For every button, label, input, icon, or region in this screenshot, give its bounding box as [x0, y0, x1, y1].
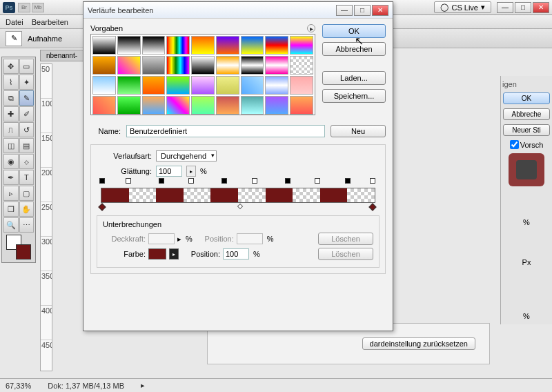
preset-swatch[interactable] — [117, 56, 141, 75]
ls-cancel-button[interactable]: Abbreche — [503, 108, 550, 120]
preset-grid[interactable] — [90, 34, 315, 115]
stamp-tool[interactable]: ⎍ — [3, 122, 19, 137]
path-tool[interactable]: ▹ — [3, 186, 19, 201]
menu-bearbeiten[interactable]: Bearbeiten — [32, 18, 68, 26]
preset-swatch[interactable] — [191, 96, 215, 115]
eyedropper-icon[interactable]: ✎ — [6, 31, 22, 46]
preset-swatch[interactable] — [166, 96, 190, 115]
menu-datei[interactable]: Datei — [6, 18, 23, 26]
preset-swatch[interactable] — [265, 96, 288, 115]
new-button[interactable]: Neu — [331, 125, 386, 137]
preset-swatch[interactable] — [142, 96, 166, 115]
type-tool[interactable]: T — [19, 170, 34, 185]
name-input[interactable] — [126, 125, 325, 137]
status-arrow-icon[interactable]: ▸ — [141, 381, 145, 390]
preset-swatch[interactable] — [216, 36, 239, 55]
gradient-bar[interactable] — [101, 188, 375, 203]
midpoint-icon[interactable] — [237, 204, 243, 209]
preset-swatch[interactable] — [166, 36, 190, 55]
preset-swatch[interactable] — [216, 56, 239, 75]
dlg-maximize-icon[interactable]: □ — [354, 5, 371, 16]
move-tool[interactable]: ✥ — [3, 59, 19, 74]
eyedropper-tool[interactable]: ✎ — [19, 90, 34, 106]
dlg-close-icon[interactable]: ✕ — [372, 5, 388, 16]
preset-swatch[interactable] — [290, 96, 313, 115]
delete-color-button[interactable]: Löschen — [318, 248, 373, 260]
preset-swatch[interactable] — [290, 76, 313, 95]
brush-tool[interactable]: ✐ — [19, 106, 34, 121]
preset-swatch[interactable] — [216, 76, 239, 95]
preset-swatch[interactable] — [265, 36, 288, 55]
preset-swatch[interactable] — [117, 96, 141, 115]
minimize-icon[interactable]: — — [497, 2, 513, 13]
preset-swatch[interactable] — [117, 76, 141, 95]
preset-swatch[interactable] — [191, 56, 215, 75]
preset-swatch[interactable] — [265, 76, 288, 95]
hand-tool[interactable]: ✋ — [19, 202, 34, 217]
select-tool[interactable]: ▭ — [19, 59, 34, 74]
ls-ok-button[interactable]: OK — [503, 92, 550, 104]
preset-swatch[interactable] — [241, 56, 264, 75]
pen-tool[interactable]: ✒ — [3, 170, 19, 185]
preset-swatch[interactable] — [191, 36, 215, 55]
cancel-button[interactable]: Abbrechen — [322, 42, 386, 56]
preset-swatch[interactable] — [191, 76, 215, 95]
preset-swatch[interactable] — [117, 36, 141, 55]
extra-tool[interactable]: ⋯ — [19, 217, 34, 233]
preset-swatch[interactable] — [290, 36, 313, 55]
ls-newstyle-button[interactable]: Neuer Sti — [503, 124, 550, 136]
crop-tool[interactable]: ⧉ — [3, 90, 19, 106]
preset-swatch[interactable] — [142, 76, 166, 95]
wand-tool[interactable]: ✦ — [19, 75, 34, 90]
preset-swatch[interactable] — [142, 36, 166, 55]
color-menu-icon[interactable]: ▸ — [169, 248, 179, 259]
preset-swatch[interactable] — [142, 56, 166, 75]
reset-defaults-button[interactable]: dardeinstellung zurücksetzen — [362, 337, 475, 350]
preview-checkbox[interactable]: Vorsch — [510, 140, 544, 149]
preset-swatch[interactable] — [92, 36, 116, 55]
dodge-tool[interactable]: ☼ — [19, 154, 34, 169]
preset-swatch[interactable] — [216, 96, 239, 115]
dlg-minimize-icon[interactable]: — — [336, 5, 353, 16]
zoom-level[interactable]: 67,33% — [6, 382, 31, 390]
history-tool[interactable]: ↺ — [19, 122, 34, 137]
zoom-tool[interactable]: 🔍 — [3, 217, 19, 233]
save-button[interactable]: Speichern... — [322, 89, 386, 103]
color-swatch[interactable] — [148, 248, 166, 259]
color-stop-start[interactable] — [99, 204, 106, 213]
shape-tool[interactable]: ▢ — [19, 186, 34, 201]
preset-swatch[interactable] — [241, 96, 264, 115]
color-stop-end[interactable] — [370, 204, 377, 213]
preset-swatch[interactable] — [241, 36, 264, 55]
ok-button[interactable]: OK — [322, 24, 386, 38]
minibridge-icon[interactable]: Mb — [32, 3, 44, 12]
maximize-icon[interactable]: □ — [515, 2, 531, 13]
presets-menu-icon[interactable]: ▸ — [307, 24, 315, 32]
preset-swatch[interactable] — [241, 76, 264, 95]
bridge-icon[interactable]: Br — [18, 3, 30, 12]
preset-swatch[interactable] — [166, 56, 190, 75]
color-pos-input[interactable] — [223, 248, 249, 259]
gradient-tool[interactable]: ▤ — [19, 138, 34, 153]
load-button[interactable]: Laden... — [322, 71, 386, 85]
eraser-tool[interactable]: ◫ — [3, 138, 19, 153]
preset-swatch[interactable] — [290, 56, 313, 75]
preset-swatch[interactable] — [92, 56, 116, 75]
close-icon[interactable]: ✕ — [533, 2, 549, 13]
dialog-titlebar[interactable]: Verläufe bearbeiten — □ ✕ — [83, 2, 393, 19]
preset-swatch[interactable] — [92, 96, 116, 115]
preset-swatch[interactable] — [166, 76, 190, 95]
heal-tool[interactable]: ✚ — [3, 106, 19, 121]
blur-tool[interactable]: ◉ — [3, 154, 19, 169]
lasso-tool[interactable]: ⌇ — [3, 75, 19, 90]
document-tab[interactable]: nbenannt- — [40, 50, 83, 61]
smooth-input[interactable] — [156, 166, 182, 177]
color-swatches[interactable] — [3, 233, 34, 261]
3d-tool[interactable]: ❒ — [3, 202, 19, 217]
smooth-stepper[interactable]: ▸ — [186, 166, 196, 177]
cslive-button[interactable]: ◯ CS Live ▾ — [434, 1, 491, 13]
preset-swatch[interactable] — [92, 76, 116, 95]
background-color[interactable] — [16, 244, 31, 259]
preset-swatch[interactable] — [265, 56, 288, 75]
gradtype-select[interactable]: Durchgehend — [156, 150, 217, 161]
